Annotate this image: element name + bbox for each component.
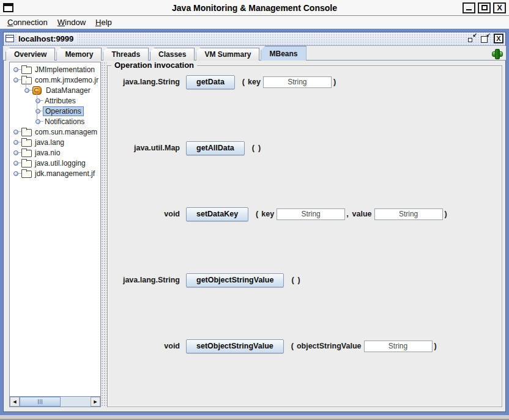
frame-titlebar[interactable]: localhost:9999 ↙ ↙ X [3, 32, 506, 46]
folder-icon [21, 168, 33, 179]
operation-button-setobjectstringvalue[interactable]: setObjectStringValue [186, 339, 284, 353]
frame-close-icon: X [494, 34, 503, 43]
operation-return-type: java.lang.String [111, 276, 180, 284]
tab-bar: OverviewMemoryThreadsClassesVM SummaryMB… [3, 46, 506, 61]
tree-expand-handle-icon[interactable] [34, 95, 43, 106]
scroll-left-button[interactable]: ◄ [10, 397, 20, 407]
open-paren: ( [240, 78, 247, 86]
tab-threads[interactable]: Threads [103, 48, 149, 61]
close-paren: ) [296, 276, 302, 284]
split-divider[interactable] [101, 62, 107, 407]
operation-return-type: java.lang.String [111, 78, 180, 86]
maximize-icon [481, 5, 488, 10]
tab-classes[interactable]: Classes [150, 48, 195, 61]
tree-expand-handle-icon[interactable] [23, 85, 32, 95]
frame-close-button[interactable]: X [494, 34, 503, 43]
menu-item-window[interactable]: Window [53, 17, 91, 28]
tree-expand-handle-icon[interactable] [12, 127, 21, 137]
param-name: key [260, 210, 277, 218]
param-separator: , [345, 210, 351, 218]
menu-item-help[interactable]: Help [91, 17, 117, 28]
operation-button-getdata[interactable]: getData [186, 75, 235, 89]
scrollbar-grip-icon [40, 399, 40, 404]
frame-controls: ↙ ↙ X [467, 34, 503, 43]
tree-item-label: Notifications [43, 117, 86, 126]
folder-icon [21, 75, 33, 85]
tree-item-java-nio[interactable]: java.nio [10, 147, 100, 158]
param-input-value[interactable] [374, 208, 443, 220]
tree-item-com-sun-managem[interactable]: com.sun.managem [10, 127, 100, 137]
tree-item-label: java.util.logging [33, 159, 87, 168]
tree-item-datamanager[interactable]: DataManager [10, 85, 100, 95]
tree-item-jdk-management-jf[interactable]: jdk.management.jf [10, 168, 100, 179]
tree-connector-line [37, 94, 37, 121]
tree-item-label: Operations [43, 106, 84, 116]
window-titlebar[interactable]: Java Monitoring & Management Console X [0, 0, 509, 16]
operation-signature: () [250, 144, 262, 152]
tree-expand-handle-icon[interactable] [12, 137, 21, 147]
menu-bar: ConnectionWindowHelp [0, 16, 509, 29]
tab-mbeans[interactable]: MBeans [261, 46, 306, 61]
tab-overview[interactable]: Overview [6, 48, 55, 61]
window-controls: X [463, 2, 506, 13]
tree-expand-handle-icon[interactable] [12, 75, 21, 85]
tree-expand-handle-icon[interactable] [12, 168, 21, 179]
close-paren: ) [256, 144, 262, 152]
tree-item-java-util-logging[interactable]: java.util.logging [10, 158, 100, 168]
connection-status-icon [492, 49, 502, 58]
folder-icon [21, 64, 33, 75]
menu-item-connection[interactable]: Connection [2, 17, 53, 28]
tree-expand-handle-icon[interactable] [12, 64, 21, 75]
tree-connector-line [26, 81, 26, 90]
param-input-key[interactable] [263, 76, 332, 88]
param-name: value [351, 210, 374, 218]
tree-item-attributes[interactable]: Attributes [10, 95, 100, 106]
frame-maximize-arrow-icon: ↙ [486, 32, 491, 38]
operation-signature: () [289, 276, 302, 284]
operation-return-type: java.util.Map [111, 144, 180, 152]
tree-expand-handle-icon[interactable] [12, 158, 21, 168]
tree-expand-handle-icon[interactable] [12, 147, 21, 158]
frame-iconify-button[interactable]: ↙ [467, 34, 477, 43]
tab-list: OverviewMemoryThreadsClassesVM SummaryMB… [6, 46, 308, 61]
desktop-pane: localhost:9999 ↙ ↙ X OverviewMe [0, 29, 509, 415]
maximize-button[interactable] [478, 2, 491, 13]
close-paren: ) [332, 78, 338, 86]
close-button[interactable]: X [493, 2, 506, 13]
tab-memory[interactable]: Memory [56, 48, 102, 61]
param-input-objectstringvalue[interactable] [364, 341, 433, 352]
tree-expand-handle-icon[interactable] [34, 116, 43, 127]
tree-item-notifications[interactable]: Notifications [10, 116, 100, 127]
open-paren: ( [254, 210, 260, 218]
scroll-right-button[interactable]: ► [91, 397, 100, 407]
tree-item-label: java.lang [33, 138, 66, 147]
operation-list: java.lang.StringgetData(key)java.util.Ma… [108, 75, 502, 353]
frame-icon [6, 35, 14, 42]
window-title: Java Monitoring & Management Console [0, 3, 509, 13]
close-paren: ) [443, 210, 449, 218]
operation-button-getalldata[interactable]: getAllData [186, 141, 245, 155]
frame-maximize-button[interactable]: ↙ [480, 34, 490, 43]
scrollbar-track[interactable] [20, 397, 91, 407]
minimize-icon [466, 9, 472, 10]
folder-icon [21, 158, 33, 168]
operation-button-setdatakey[interactable]: setDataKey [186, 207, 248, 221]
panel-title: Operation invocation [111, 61, 197, 70]
mbean-tree: JMImplementationcom.mk.jmxdemo.jrDataMan… [10, 62, 100, 396]
operation-button-getobjectstringvalue[interactable]: getObjectStringValue [186, 273, 284, 287]
tree-horizontal-scrollbar[interactable]: ◄ ► [10, 396, 100, 407]
frame-iconify-arrow-icon: ↙ [472, 32, 477, 38]
scrollbar-thumb[interactable] [20, 397, 61, 407]
tree-item-operations[interactable]: Operations [10, 106, 100, 116]
tab-vm-summary[interactable]: VM Summary [196, 48, 259, 61]
tree-item-label: Attributes [43, 97, 78, 105]
tree-item-java-lang[interactable]: java.lang [10, 137, 100, 147]
operation-row-setdatakey: voidsetDataKey(key,value) [111, 207, 498, 221]
tree-item-com-mk-jmxdemo-jr[interactable]: com.mk.jmxdemo.jr [10, 75, 100, 85]
minimize-button[interactable] [463, 2, 475, 13]
operation-return-type: void [111, 342, 180, 350]
param-input-key[interactable] [277, 208, 345, 220]
tree-expand-handle-icon[interactable] [34, 106, 43, 116]
folder-icon [21, 147, 33, 158]
tree-item-jmimplementation[interactable]: JMImplementation [10, 64, 100, 75]
